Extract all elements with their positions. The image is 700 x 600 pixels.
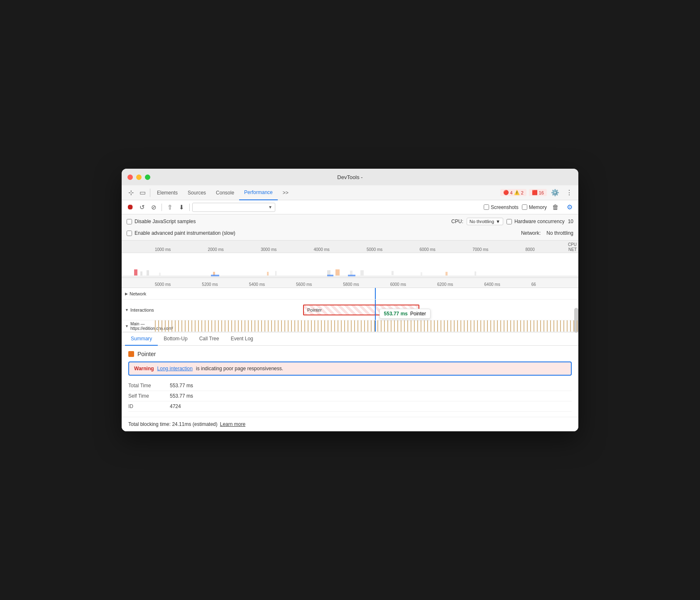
long-interaction-link[interactable]: Long interaction <box>157 366 193 371</box>
minimize-button[interactable] <box>136 175 142 180</box>
disable-js-checkbox[interactable] <box>127 219 132 224</box>
total-time-value: 553.77 ms <box>170 383 193 389</box>
main-expand-arrow[interactable]: ▼ <box>125 324 129 328</box>
warning-box: Warning Long interaction is indicating p… <box>128 361 572 376</box>
network-label-text: Network <box>130 291 146 296</box>
timeline-right-labels: CPU NET <box>568 242 577 252</box>
warning-label: Warning <box>134 366 154 371</box>
traffic-lights <box>127 175 150 180</box>
tooltip-label: Pointer <box>410 311 426 317</box>
close-button[interactable] <box>127 175 133 180</box>
network-track: ▶ Network <box>122 288 578 300</box>
advanced-paint-checkbox[interactable] <box>127 231 132 236</box>
cpu-dropdown-arrow: ▼ <box>496 219 500 224</box>
error-badge-red[interactable]: 🔴 4 ⚠️ 2 <box>500 189 526 196</box>
playhead-line-main <box>375 320 376 332</box>
settings-bar: Disable JavaScript samples CPU: No throt… <box>122 214 578 241</box>
screenshots-checkbox[interactable] <box>484 204 489 210</box>
interactions-track-content[interactable]: Pointer 553.77 ms Pointer <box>155 300 578 320</box>
svg-rect-6 <box>267 272 269 275</box>
time-ruler: 1000 ms 2000 ms 3000 ms 4000 ms 5000 ms … <box>155 247 578 252</box>
maximize-button[interactable] <box>145 175 150 180</box>
advanced-paint-label: Enable advanced paint instrumentation (s… <box>135 230 235 236</box>
error-badge-count[interactable]: 🟥 16 <box>529 189 547 196</box>
svg-rect-13 <box>421 272 422 275</box>
clear-button[interactable]: ⊘ <box>148 202 159 213</box>
hardware-concurrency-group: Hardware concurrency <box>507 219 565 224</box>
time-mark-3: 4000 ms <box>314 247 367 252</box>
interactions-expand-arrow[interactable]: ▼ <box>125 308 129 312</box>
gear-settings-button[interactable]: ⚙ <box>564 202 575 213</box>
cpu-select[interactable]: No throttling ▼ <box>467 218 503 225</box>
tab-more[interactable]: >> <box>278 185 294 200</box>
tab-performance[interactable]: Performance <box>239 185 278 200</box>
tab-summary[interactable]: Summary <box>125 332 158 346</box>
tab-call-tree[interactable]: Call Tree <box>193 332 225 346</box>
svg-rect-7 <box>275 271 277 275</box>
record-button[interactable]: ⏺ <box>125 202 136 213</box>
warning-count: 2 <box>521 190 524 195</box>
svg-rect-9 <box>335 269 340 275</box>
reload-button[interactable]: ↺ <box>137 202 147 213</box>
tooltip-bubble: 553.77 ms Pointer <box>379 309 431 319</box>
time-mark-4: 5000 ms <box>367 247 420 252</box>
svg-rect-15 <box>475 271 476 275</box>
download-button[interactable]: ⬇ <box>176 202 187 213</box>
hardware-concurrency-checkbox[interactable] <box>507 219 512 224</box>
svg-rect-17 <box>211 275 219 276</box>
toolbar: ⏺ ↺ ⊘ ⇧ ⬇ ▼ Screenshots Memory 🗑 <box>122 200 578 214</box>
device-icon[interactable]: ▭ <box>137 187 148 199</box>
pointer-bar-label: Pointer <box>307 307 322 312</box>
disable-js-checkbox-group: Disable JavaScript samples <box>127 219 196 224</box>
more-options-icon[interactable]: ⋮ <box>563 187 575 199</box>
nav-right: 🔴 4 ⚠️ 2 🟥 16 ⚙️ ⋮ <box>500 187 575 199</box>
toolbar-sep-1 <box>162 204 162 211</box>
url-bar[interactable]: ▼ <box>192 203 275 212</box>
memory-label: Memory <box>529 204 547 210</box>
cursor-icon[interactable]: ⊹ <box>125 187 137 199</box>
tab-bottom-up[interactable]: Bottom-Up <box>158 332 193 346</box>
time-mark-0: 1000 ms <box>155 247 208 252</box>
lower-mark-3: 5600 ms <box>296 282 343 287</box>
main-track-content[interactable] <box>155 320 578 332</box>
bottom-content: Pointer Warning Long interaction is indi… <box>122 346 578 417</box>
memory-checkbox-group: Memory <box>522 204 547 210</box>
url-dropdown-arrow: ▼ <box>268 205 272 209</box>
bottom-footer: Total blocking time: 24.11ms (estimated)… <box>122 417 578 431</box>
tab-sources[interactable]: Sources <box>183 185 211 200</box>
error-icon-red: 🔴 <box>503 190 509 195</box>
nav-separator-1 <box>150 189 150 197</box>
tab-event-log[interactable]: Event Log <box>225 332 259 346</box>
lower-mark-8: 66 <box>531 282 578 287</box>
chart-area[interactable] <box>122 253 578 278</box>
tab-elements[interactable]: Elements <box>152 185 183 200</box>
advanced-paint-checkbox-group: Enable advanced paint instrumentation (s… <box>127 230 235 236</box>
settings-icon[interactable]: ⚙️ <box>549 187 561 199</box>
timeline-header: 1000 ms 2000 ms 3000 ms 4000 ms 5000 ms … <box>122 241 578 253</box>
self-time-value: 553.77 ms <box>170 393 193 399</box>
svg-rect-2 <box>140 271 142 275</box>
upload-button[interactable]: ⇧ <box>164 202 175 213</box>
interactions-track-label: ▼ Interactions <box>122 307 155 312</box>
main-track-label: ▼ Main — https://edition.cnn.com/ <box>122 322 155 331</box>
cpu-label-right: CPU <box>568 242 577 247</box>
bottom-panel: Summary Bottom-Up Call Tree Event Log Po… <box>122 332 578 431</box>
delete-button[interactable]: 🗑 <box>550 202 561 213</box>
time-mark-6: 7000 ms <box>472 247 526 252</box>
settings-row-2: Enable advanced paint instrumentation (s… <box>127 228 573 239</box>
lower-mark-5: 6000 ms <box>390 282 437 287</box>
main-track: ▼ Main — https://edition.cnn.com/ <box>122 320 578 332</box>
toolbar-sep-2 <box>189 204 190 211</box>
svg-rect-18 <box>327 275 333 276</box>
screenshots-checkbox-group: Screenshots <box>484 204 519 210</box>
memory-checkbox[interactable] <box>522 204 527 210</box>
network-track-content[interactable] <box>155 288 578 299</box>
tooltip-time: 553.77 ms <box>384 311 408 317</box>
time-mark-5: 6000 ms <box>420 247 473 252</box>
playhead-line-interactions <box>375 300 376 320</box>
network-expand-arrow[interactable]: ▶ <box>125 292 128 296</box>
warning-text: is indicating poor page responsiveness. <box>196 366 283 371</box>
window-title: DevTools - <box>337 174 362 180</box>
learn-more-link[interactable]: Learn more <box>220 421 245 427</box>
tab-console[interactable]: Console <box>211 185 239 200</box>
